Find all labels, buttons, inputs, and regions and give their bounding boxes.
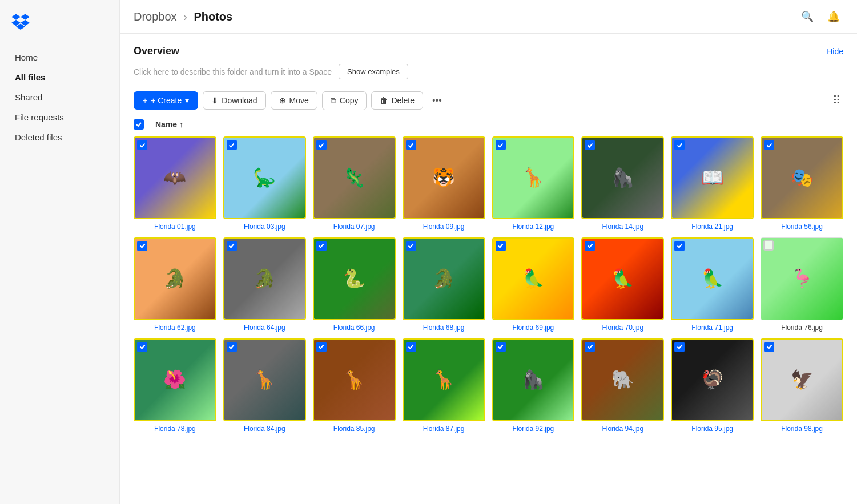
photo-thumbnail: 📖 [672,138,753,218]
overview-header: Overview Hide [134,45,843,57]
photo-name: Florida 03.jpg [244,223,285,231]
copy-button[interactable]: ⧉ Copy [322,91,367,110]
photo-name: Florida 21.jpg [691,223,733,231]
search-icon: 🔍 [801,10,814,23]
photo-item[interactable]: 🦒Florida 12.jpg [492,136,575,231]
photo-name: Florida 85.jpg [333,425,375,433]
photo-thumbnail-wrap: 🦜 [671,237,754,320]
photo-select-checkbox[interactable] [763,240,774,251]
photo-item[interactable]: 🦃Florida 95.jpg [671,338,754,433]
photo-grid-row3: 🌺Florida 78.jpg🦒Florida 84.jpg🦒Florida 8… [134,338,843,433]
photo-name: Florida 92.jpg [513,425,554,433]
photo-thumbnail: 🦇 [135,138,215,218]
content-area: Overview Hide Click here to describe thi… [120,34,857,504]
photo-item[interactable]: 🦅Florida 98.jpg [761,338,843,433]
sidebar-item-deleted-files[interactable]: Deleted files [3,128,116,147]
photo-thumbnail-wrap: 🐊 [223,237,306,320]
photo-thumbnail-wrap: 🦍 [581,136,664,219]
photo-select-checkbox[interactable] [496,140,506,150]
photo-item[interactable]: 🦒Florida 87.jpg [403,338,485,433]
photo-item[interactable]: 🦎Florida 07.jpg [313,136,396,231]
photo-item[interactable]: 🐊Florida 62.jpg [134,237,216,332]
photo-select-checkbox[interactable] [406,140,416,150]
sidebar: Home All files Shared File requests Dele… [0,0,120,504]
photo-thumbnail: 🦩 [761,238,843,320]
create-button[interactable]: + + Create ▾ [134,91,198,110]
photo-item[interactable]: 🐊Florida 68.jpg [403,237,485,332]
photo-select-checkbox[interactable] [316,342,327,352]
show-examples-button[interactable]: Show examples [339,64,408,79]
name-sort-button[interactable]: Name ↑ [155,120,183,129]
photo-select-checkbox[interactable] [585,140,595,150]
photo-item[interactable]: 🦜Florida 71.jpg [671,237,754,332]
search-button[interactable]: 🔍 [798,7,817,26]
grid-view-button[interactable]: ⠿ [830,91,843,110]
photo-thumbnail: 🎭 [762,138,842,218]
photo-select-checkbox[interactable] [227,140,237,150]
ellipsis-icon: ••• [432,95,442,106]
photo-thumbnail-wrap: 📖 [671,136,754,219]
photo-item[interactable]: 🦍Florida 92.jpg [492,338,575,433]
photo-item[interactable]: 🦍Florida 14.jpg [581,136,664,231]
photo-item[interactable]: 🎭Florida 56.jpg [761,136,843,231]
photo-thumbnail-wrap: 🦩 [761,237,843,320]
photo-select-checkbox[interactable] [674,241,685,251]
photo-item[interactable]: 🌺Florida 78.jpg [134,338,216,433]
notifications-button[interactable]: 🔔 [824,7,843,26]
photo-select-checkbox[interactable] [406,241,416,251]
photo-item[interactable]: 🦕Florida 03.jpg [223,136,306,231]
photo-thumbnail-wrap: 🦃 [671,338,754,421]
photo-select-checkbox[interactable] [496,342,506,352]
delete-button[interactable]: 🗑 Delete [371,91,423,110]
select-all-checkbox[interactable] [134,119,144,130]
photo-select-checkbox[interactable] [316,241,327,251]
download-button[interactable]: ⬇ Download [203,91,265,110]
photo-thumbnail-wrap: 🦍 [492,338,575,421]
breadcrumb-separator: › [183,10,187,23]
dropbox-logo[interactable] [0,9,119,48]
photo-item[interactable]: 🐍Florida 66.jpg [313,237,396,332]
photo-select-checkbox[interactable] [137,140,147,150]
photo-item[interactable]: 🐊Florida 64.jpg [223,237,306,332]
photo-item[interactable]: 🦒Florida 84.jpg [223,338,306,433]
photo-thumbnail-wrap: 🦒 [223,338,306,421]
photo-thumbnail-wrap: 🎭 [761,136,843,219]
photo-select-checkbox[interactable] [585,241,595,251]
photo-select-checkbox[interactable] [316,140,327,150]
photo-select-checkbox[interactable] [674,140,685,150]
sort-header: Name ↑ [134,119,843,130]
photo-select-checkbox[interactable] [585,342,595,352]
photo-select-checkbox[interactable] [406,342,416,352]
photo-item[interactable]: 🦇Florida 01.jpg [134,136,216,231]
photo-select-checkbox[interactable] [764,342,774,352]
photo-item[interactable]: 🦜Florida 70.jpg [581,237,664,332]
photo-item[interactable]: 📖Florida 21.jpg [671,136,754,231]
sidebar-item-home[interactable]: Home [3,48,116,67]
photo-select-checkbox[interactable] [227,342,237,352]
move-button[interactable]: ⊕ Move [271,91,317,110]
photo-select-checkbox[interactable] [674,342,685,352]
photo-item[interactable]: 🦜Florida 69.jpg [492,237,575,332]
photo-select-checkbox[interactable] [764,140,774,150]
more-options-button[interactable]: ••• [428,91,446,110]
photo-select-checkbox[interactable] [137,342,147,352]
photo-select-checkbox[interactable] [496,241,506,251]
overview-description: Click here to describe this folder and t… [134,64,843,79]
hide-link[interactable]: Hide [827,47,843,56]
delete-label: Delete [391,96,414,105]
photo-item[interactable]: 🦒Florida 85.jpg [313,338,396,433]
photo-thumbnail: 🦜 [582,239,663,319]
photo-item[interactable]: 🐘Florida 94.jpg [581,338,664,433]
photo-select-checkbox[interactable] [227,241,237,251]
photo-select-checkbox[interactable] [137,241,147,251]
photo-item[interactable]: 🦩Florida 76.jpg [761,237,843,332]
breadcrumb-parent[interactable]: Dropbox [134,10,177,23]
sidebar-nav: Home All files Shared File requests Dele… [0,48,119,147]
photo-name: Florida 01.jpg [154,223,196,231]
photo-item[interactable]: 🐯Florida 09.jpg [403,136,485,231]
create-label: + Create [151,96,182,105]
photo-thumbnail-wrap: 🦅 [761,338,843,421]
sidebar-item-shared[interactable]: Shared [3,88,116,107]
sidebar-item-file-requests[interactable]: File requests [3,108,116,127]
sidebar-item-all-files[interactable]: All files [3,68,116,87]
